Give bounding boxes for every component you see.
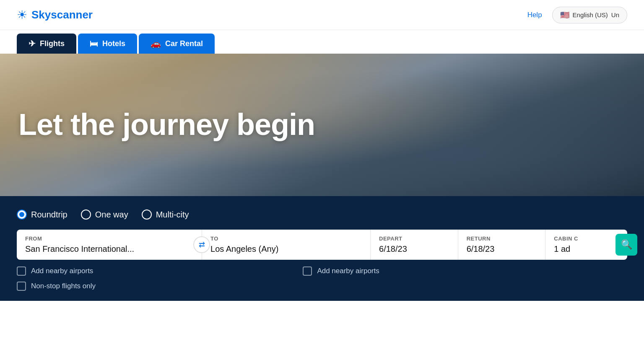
nonstop-checkbox[interactable]	[17, 282, 26, 291]
tab-car-rental[interactable]: 🚗 Car Rental	[139, 34, 215, 54]
multi-city-radio[interactable]	[142, 209, 152, 220]
hero-tagline: Let the journey begin	[0, 108, 333, 141]
search-fields: From San Francisco International... ⇄ To…	[17, 230, 627, 260]
hotels-icon: 🛏	[90, 39, 98, 49]
search-panel: Roundtrip One way Multi-city From San Fr…	[0, 196, 644, 301]
nearby-from-label: Add nearby airports	[31, 267, 93, 275]
logo-area: ☀ Skyscanner	[17, 8, 93, 22]
car-icon: 🚗	[151, 39, 161, 49]
from-value: San Francisco International...	[25, 244, 177, 254]
roundtrip-label: Roundtrip	[31, 210, 68, 220]
currency-label: Un	[611, 11, 619, 18]
search-button[interactable]: 🔍	[615, 234, 637, 256]
depart-value: 6/18/23	[379, 244, 449, 254]
to-label: To	[210, 235, 362, 242]
one-way-option[interactable]: One way	[81, 209, 128, 220]
roundtrip-option[interactable]: Roundtrip	[17, 209, 68, 220]
checkbox-row: Add nearby airports Add nearby airports	[17, 266, 627, 276]
depart-label: Depart	[379, 235, 449, 242]
flag-icon: 🇺🇸	[560, 10, 569, 20]
one-way-label: One way	[95, 210, 128, 220]
help-link[interactable]: Help	[527, 11, 542, 19]
search-icon: 🔍	[621, 239, 632, 250]
car-rental-tab-label: Car Rental	[165, 39, 203, 48]
roundtrip-radio[interactable]	[17, 209, 27, 220]
trip-type-row: Roundtrip One way Multi-city	[17, 209, 627, 220]
multi-city-label: Multi-city	[156, 210, 189, 220]
flights-icon: ✈	[29, 39, 36, 49]
logo-text: Skyscanner	[31, 8, 93, 21]
logo-sun-icon: ☀	[17, 8, 27, 22]
nonstop-label: Non-stop flights only	[31, 282, 96, 290]
nearby-to-box[interactable]	[303, 266, 312, 276]
header-right: Help 🇺🇸 English (US) Un	[527, 7, 627, 23]
header: ☀ Skyscanner Help 🇺🇸 English (US) Un	[0, 0, 644, 30]
flights-tab-label: Flights	[40, 39, 65, 48]
multi-city-option[interactable]: Multi-city	[142, 209, 189, 220]
from-label: From	[25, 235, 177, 242]
nearby-airports-from-checkbox[interactable]: Add nearby airports	[17, 266, 93, 276]
nav-tabs: ✈ Flights 🛏 Hotels 🚗 Car Rental	[0, 30, 644, 54]
swap-button[interactable]: ⇄	[193, 236, 210, 253]
return-value: 6/18/23	[467, 244, 537, 254]
tab-flights[interactable]: ✈ Flights	[17, 34, 76, 54]
return-label: Return	[467, 235, 537, 242]
cabin-label: Cabin C	[554, 235, 619, 242]
nearby-to-label: Add nearby airports	[317, 267, 379, 275]
language-label: English (US)	[573, 11, 608, 18]
to-value: Los Angeles (Any)	[210, 244, 362, 254]
nonstop-row: Non-stop flights only	[17, 282, 627, 291]
return-field[interactable]: Return 6/18/23	[458, 230, 546, 260]
language-selector[interactable]: 🇺🇸 English (US) Un	[552, 7, 627, 23]
hotels-tab-label: Hotels	[102, 39, 125, 48]
tab-hotels[interactable]: 🛏 Hotels	[78, 34, 137, 54]
depart-field[interactable]: Depart 6/18/23	[371, 230, 458, 260]
one-way-radio[interactable]	[81, 209, 91, 220]
from-field[interactable]: From San Francisco International... ⇄	[17, 230, 202, 260]
cabin-field[interactable]: Cabin C 1 ad	[545, 230, 627, 260]
nearby-from-box[interactable]	[17, 266, 26, 276]
hero-section: Let the journey begin	[0, 54, 644, 196]
cabin-value: 1 ad	[554, 244, 619, 254]
swap-icon: ⇄	[199, 240, 205, 249]
nearby-airports-to-checkbox[interactable]: Add nearby airports	[303, 266, 379, 276]
to-field[interactable]: To Los Angeles (Any)	[202, 230, 371, 260]
